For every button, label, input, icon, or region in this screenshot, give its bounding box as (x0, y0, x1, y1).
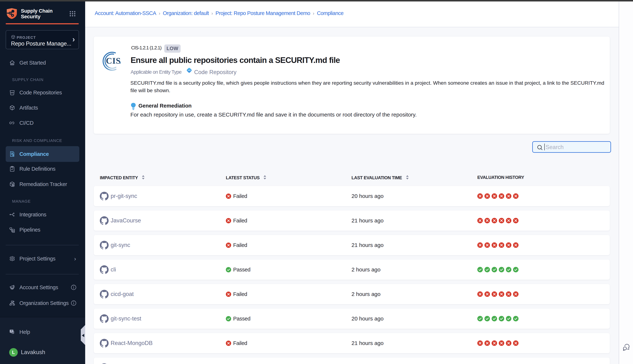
svg-text:CIS: CIS (106, 56, 121, 66)
svg-text:</>: </> (188, 69, 191, 72)
svg-text:?: ? (11, 330, 12, 332)
